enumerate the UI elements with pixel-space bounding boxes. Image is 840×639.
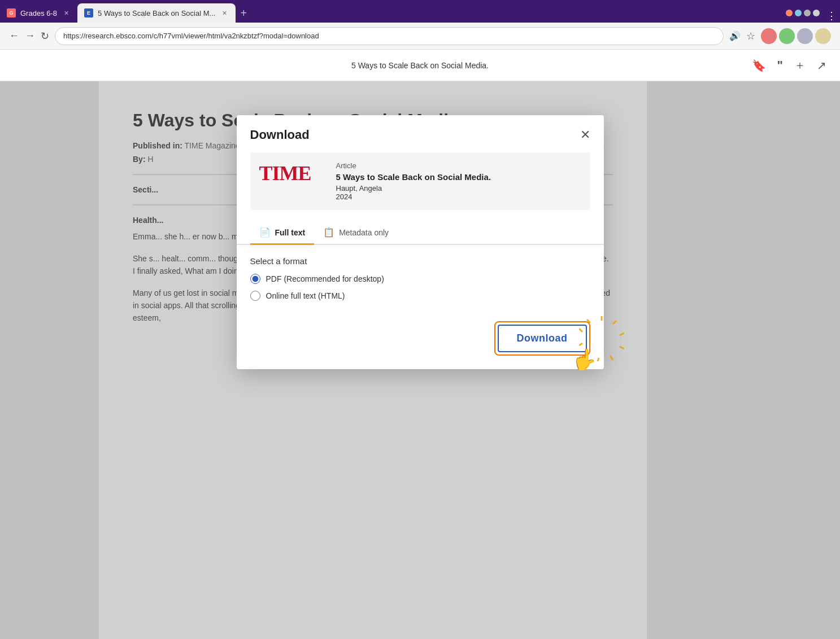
bookmark-icon[interactable]: 🔖: [752, 59, 766, 72]
modal-article-year: 2024: [336, 192, 491, 201]
tab-ebsco-label: 5 Ways to Scale Back on Social M...: [98, 9, 215, 17]
profile-dot-2: [795, 10, 802, 16]
tab-grades-label: Grades 6-8: [20, 9, 57, 17]
profile-dot-3: [804, 10, 811, 16]
profile-circles: [761, 28, 831, 44]
profile-circle-2[interactable]: [779, 28, 795, 44]
bookmark-star-icon[interactable]: ☆: [746, 30, 755, 42]
cursor-icon: 👆: [572, 348, 597, 371]
nav-back-icon[interactable]: ←: [9, 30, 19, 42]
modal-article-author: Haupt, Angela: [336, 184, 491, 192]
tab-metadata-only[interactable]: 📋 Metadata only: [314, 221, 398, 245]
add-icon[interactable]: ＋: [794, 58, 806, 73]
format-html-label: Online full text (HTML): [266, 291, 345, 300]
address-bar: ← → ↻ 🔊 ☆: [0, 23, 840, 50]
svg-line-1: [613, 321, 616, 324]
svg-line-3: [620, 347, 624, 349]
address-input[interactable]: [55, 27, 724, 45]
profile-circle-3[interactable]: [797, 28, 813, 44]
tab-grades-close[interactable]: ✕: [62, 8, 71, 17]
nav-forward-icon[interactable]: →: [25, 30, 35, 42]
modal-header: Download ✕: [237, 115, 604, 152]
svg-line-7: [579, 343, 582, 345]
format-pdf-radio[interactable]: [250, 274, 260, 284]
svg-line-8: [579, 329, 582, 332]
modal-body: Select a format PDF (Recommended for des…: [237, 245, 604, 321]
format-html-radio[interactable]: [250, 291, 260, 301]
modal-title: Download: [250, 128, 310, 142]
metadata-tab-icon: 📋: [323, 227, 334, 238]
modal-article-text: Article 5 Ways to Scale Back on Social M…: [336, 161, 491, 201]
modal-article-type: Article: [336, 161, 491, 170]
modal-footer: Download: [237, 321, 604, 369]
read-aloud-icon[interactable]: 🔊: [729, 30, 741, 41]
browser-chrome: G Grades 6-8 ✕ E 5 Ways to Scale Back on…: [0, 0, 840, 23]
modal-article-info: TIME Article 5 Ways to Scale Back on Soc…: [250, 152, 590, 210]
svg-line-9: [587, 320, 590, 323]
profile-dot-1: [786, 10, 793, 16]
metadata-tab-label: Metadata only: [339, 228, 389, 237]
browser-menu-icon[interactable]: ⋮: [826, 10, 833, 16]
ebsco-tab-icon: E: [84, 8, 93, 17]
profile-circle-4[interactable]: [815, 28, 831, 44]
toolbar-actions: 🔖 " ＋ ↗: [752, 58, 826, 73]
full-text-tab-label: Full text: [275, 228, 306, 237]
tab-ebsco[interactable]: E 5 Ways to Scale Back on Social M... ✕: [77, 3, 236, 23]
browser-profile-area: ⋮: [786, 3, 840, 23]
svg-line-4: [610, 356, 613, 360]
nav-refresh-icon[interactable]: ↻: [41, 30, 49, 42]
modal-tabs: 📄 Full text 📋 Metadata only: [237, 221, 604, 245]
modal-article-title: 5 Ways to Scale Back on Social Media.: [336, 172, 491, 182]
share-icon[interactable]: ↗: [817, 59, 826, 72]
full-text-tab-icon: 📄: [259, 227, 271, 238]
format-pdf-label: PDF (Recommended for desktop): [266, 274, 384, 283]
modal-close-button[interactable]: ✕: [580, 129, 590, 141]
modal-overlay: Download ✕ TIME Article 5 Ways to Scale …: [0, 81, 840, 639]
time-logo: TIME: [259, 161, 327, 185]
format-label: Select a format: [250, 256, 590, 266]
tab-grades[interactable]: G Grades 6-8 ✕: [0, 3, 77, 23]
format-html-option[interactable]: Online full text (HTML): [250, 291, 590, 301]
format-pdf-option[interactable]: PDF (Recommended for desktop): [250, 274, 590, 284]
profile-circle-1[interactable]: [761, 28, 777, 44]
download-button-container: Download: [494, 321, 590, 356]
tab-ebsco-close[interactable]: ✕: [220, 8, 229, 17]
download-modal: Download ✕ TIME Article 5 Ways to Scale …: [237, 115, 604, 369]
svg-line-2: [620, 333, 624, 335]
svg-line-5: [598, 358, 599, 361]
page-content: 5 Ways to Scale Back on Social Media. Pu…: [0, 81, 840, 639]
cite-icon[interactable]: ": [777, 58, 783, 73]
profile-dot-4: [813, 10, 820, 16]
tab-full-text[interactable]: 📄 Full text: [250, 221, 315, 245]
article-toolbar: 5 Ways to Scale Back on Social Media. 🔖 …: [0, 50, 840, 81]
grades-tab-icon: G: [7, 8, 16, 17]
new-tab-button[interactable]: +: [236, 3, 251, 23]
article-toolbar-title: 5 Ways to Scale Back on Social Media.: [351, 61, 489, 70]
